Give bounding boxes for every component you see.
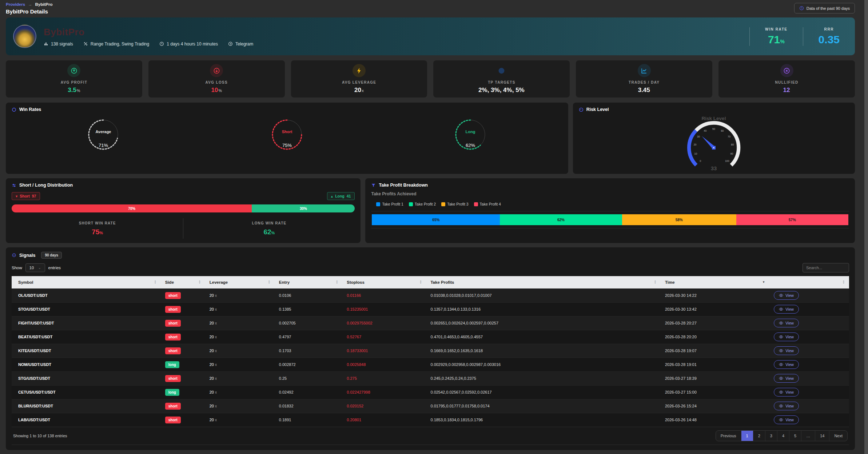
signals-panel: Signals 90 days Show 10 ⌄ entries Symbol…: [6, 247, 855, 450]
eye-icon: [779, 390, 783, 394]
cell-symbol: NOM/USDT:USDT: [12, 358, 161, 371]
cell-time: 2026-03-26 14:48: [661, 413, 769, 427]
view-button[interactable]: View: [774, 360, 799, 369]
win-rate-gauge-average: Average 71%: [83, 114, 124, 155]
pagination: Previous12345…14Next: [716, 430, 848, 441]
cell-entry: 0.25: [275, 371, 342, 385]
table-row: OL/USDT:USDT short 20 x 0.0106 0.01166 0…: [12, 288, 849, 302]
banner-stat-138-signals: 138 signals: [44, 41, 73, 47]
cell-symbol: BEAT/USDT:USDT: [12, 330, 161, 344]
stat-card-avg-profit: AVG PROFIT 3.5%: [6, 60, 142, 97]
signals-table: Symbol▲▼ Side▲▼ Leverage▲▼ Entry▲▼ Stopl…: [12, 276, 849, 427]
cell-take-profits: 0.1669,0.1652,0.1635,0.1618: [426, 344, 661, 358]
sort-icon: ▲▼: [199, 280, 201, 284]
distribution-segment-30: 30%: [252, 204, 355, 212]
column-header-actions[interactable]: ▲▼: [769, 276, 849, 288]
tp-segment-62: 62%: [500, 214, 622, 225]
svg-text:Short: Short: [282, 130, 292, 134]
svg-text:100: 100: [725, 160, 729, 162]
table-row: LAB/USDT:USDT short 20 x 0.1891 0.20801 …: [12, 413, 849, 427]
provider-avatar: [13, 25, 36, 48]
cell-actions: View: [769, 288, 849, 302]
period-badge-button[interactable]: Data of the past 90 days: [794, 3, 855, 13]
page-button-14[interactable]: 14: [815, 431, 829, 441]
bar-chart-icon: [44, 41, 48, 46]
column-header-take-profits[interactable]: Take Profits▲▼: [426, 276, 661, 288]
svg-text:20: 20: [694, 143, 697, 146]
stat-card-value: 20x: [354, 87, 364, 94]
page-button-5[interactable]: 5: [789, 431, 801, 441]
view-button[interactable]: View: [774, 332, 799, 341]
view-button[interactable]: View: [774, 415, 799, 424]
cell-side: long: [161, 385, 205, 399]
view-button[interactable]: View: [774, 291, 799, 300]
column-header-symbol[interactable]: Symbol▲▼: [12, 276, 161, 288]
cell-actions: View: [769, 413, 849, 427]
breadcrumb-link-providers[interactable]: Providers: [6, 2, 25, 7]
cell-symbol: LAB/USDT:USDT: [12, 413, 161, 427]
target-icon: [495, 64, 508, 77]
cell-take-profits: 0.002929,0.002958,0.002987,0.003016: [426, 358, 661, 371]
view-button[interactable]: View: [774, 374, 799, 383]
cell-symbol: KITE/USDT:USDT: [12, 344, 161, 358]
stat-card-label: AVG PROFIT: [61, 80, 87, 84]
page-size-control: Show 10 ⌄ entries: [12, 263, 61, 272]
column-header-time[interactable]: Time▼: [661, 276, 769, 288]
page-button-previous[interactable]: Previous: [716, 431, 741, 441]
take-profit-legend: Take Profit 1Take Profit 2Take Profit 3T…: [376, 202, 849, 206]
column-header-entry[interactable]: Entry▲▼: [275, 276, 342, 288]
provider-name: BybitPro: [44, 27, 253, 38]
table-row: BLUR/USDT:USDT short 20 x 0.01832 0.0201…: [12, 399, 849, 413]
view-button[interactable]: View: [774, 319, 799, 327]
eye-icon: [779, 362, 783, 367]
cell-stoploss: 0.01166: [342, 288, 426, 302]
scrollbar[interactable]: [864, 0, 868, 454]
page-button-1[interactable]: 1: [741, 431, 753, 441]
stat-card-label: TRADES / DAY: [629, 80, 660, 84]
cell-actions: View: [769, 316, 849, 330]
legend-item-take-profit-4: Take Profit 4: [474, 202, 501, 206]
chevron-down-icon: ▾: [16, 194, 17, 198]
risk-gauge-wrap: Risk Level010203040506070809010033: [579, 112, 849, 175]
provider-info: BybitPro 138 signals Range Trading, Swin…: [44, 27, 253, 47]
table-body: OL/USDT:USDT short 20 x 0.0106 0.01166 0…: [12, 288, 849, 427]
svg-text:75%: 75%: [282, 143, 292, 148]
table-row: KITE/USDT:USDT short 20 x 0.1703 0.18733…: [12, 344, 849, 358]
distribution-header: Short / Long Distribution: [12, 183, 355, 188]
page: Providers → BybitPro BybitPro Details Da…: [0, 0, 864, 450]
page-button-4[interactable]: 4: [777, 431, 789, 441]
stat-card-label: NULLIFIED: [775, 80, 799, 84]
cell-entry: 0.002705: [275, 316, 342, 330]
cell-take-profits: 0.1853,0.1834,0.1815,0.1796: [426, 413, 661, 427]
cell-stoploss: 0.52767: [342, 330, 426, 344]
long-count-badge: ▴ Long 41: [327, 192, 355, 200]
cell-leverage: 20 x: [205, 358, 275, 371]
page-button-next[interactable]: Next: [829, 431, 847, 441]
legend-item-take-profit-2: Take Profit 2: [409, 202, 436, 206]
cell-take-profits: 0.02542,0.02567,0.02592,0.02617: [426, 385, 661, 399]
cell-actions: View: [769, 302, 849, 316]
eye-icon: [779, 376, 783, 381]
stat-card-label: AVG LOSS: [206, 80, 228, 84]
column-header-side[interactable]: Side▲▼: [161, 276, 205, 288]
view-button[interactable]: View: [774, 402, 799, 410]
cell-side: short: [161, 302, 205, 316]
search-input[interactable]: [803, 263, 849, 272]
page-button-2[interactable]: 2: [753, 431, 765, 441]
column-header-stoploss[interactable]: Stoploss▲▼: [342, 276, 426, 288]
view-button[interactable]: View: [774, 305, 799, 314]
view-button[interactable]: View: [774, 346, 799, 355]
page-button-ellipsis[interactable]: …: [801, 431, 815, 441]
stat-card-value: 3.45: [638, 87, 650, 94]
signals-header: Signals 90 days: [12, 252, 849, 259]
banner-metrics: WIN RATE 71% RRR 0.35: [749, 27, 840, 46]
page-button-3[interactable]: 3: [765, 431, 777, 441]
page-size-select[interactable]: 10 ⌄: [25, 263, 45, 272]
win-rates-title: Win Rates: [19, 107, 41, 112]
svg-text:90: 90: [730, 152, 733, 155]
legend-swatch: [376, 202, 380, 206]
scrollbar-thumb[interactable]: [864, 0, 868, 454]
column-header-leverage[interactable]: Leverage▲▼: [205, 276, 275, 288]
view-button[interactable]: View: [774, 388, 799, 397]
distribution-bar: 70%30%: [12, 204, 355, 212]
